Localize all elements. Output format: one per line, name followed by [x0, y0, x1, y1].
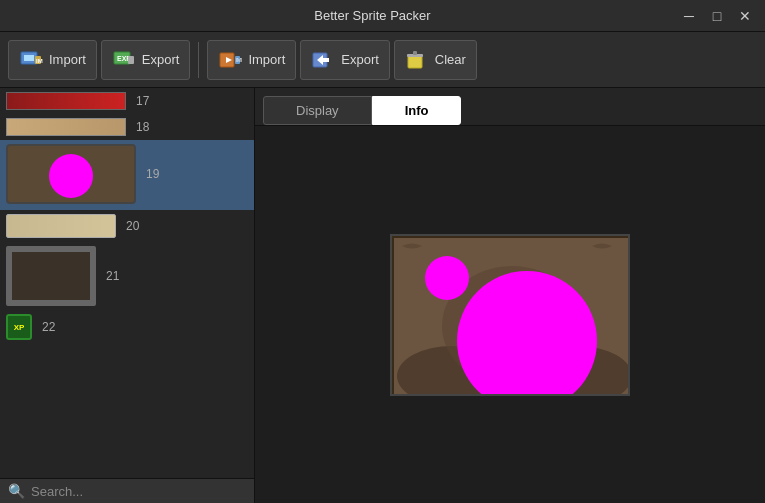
parchment-thumb — [6, 214, 116, 238]
magenta-circle-thumb — [49, 154, 93, 198]
brown-banner-thumb — [6, 118, 126, 136]
toolbar-separator — [198, 42, 199, 78]
window-title: Better Sprite Packer — [68, 8, 677, 23]
sprite-thumbnail-19 — [6, 144, 136, 204]
import-button-2[interactable]: IMP Import — [207, 40, 296, 80]
svg-point-21 — [425, 256, 469, 300]
sprite-num-20: 20 — [126, 219, 139, 233]
sprite-num-22: 22 — [42, 320, 55, 334]
svg-text:IMP: IMP — [236, 57, 243, 63]
sprite-thumbnail-20 — [6, 214, 116, 238]
clear-icon — [405, 48, 429, 72]
search-bar: 🔍 — [0, 478, 254, 503]
svg-rect-13 — [408, 56, 422, 68]
export-label-2: Export — [341, 52, 379, 67]
tab-bar: Display Info — [255, 88, 765, 126]
import-button-1[interactable]: IMG Import — [8, 40, 97, 80]
sprite-thumbnail-17 — [6, 92, 126, 110]
export-button-1[interactable]: EXP Export — [101, 40, 191, 80]
list-item[interactable]: XP 22 — [0, 310, 254, 344]
clear-label: Clear — [435, 52, 466, 67]
export-icon-2 — [311, 48, 335, 72]
xp-thumb: XP — [6, 314, 32, 340]
dragon-thumb — [6, 144, 136, 204]
svg-text:IMG: IMG — [36, 58, 43, 64]
left-panel: 17 18 19 — [0, 88, 255, 503]
large-sprite-preview — [390, 234, 630, 396]
list-item[interactable]: 17 — [0, 88, 254, 114]
sprite-thumbnail-21 — [6, 246, 96, 306]
sprite-num-17: 17 — [136, 94, 149, 108]
svg-rect-1 — [24, 55, 34, 61]
title-bar-controls: ─ □ ✕ — [677, 6, 757, 26]
frame-thumb — [6, 246, 96, 306]
export-icon-1: EXP — [112, 48, 136, 72]
list-item[interactable]: 20 — [0, 210, 254, 242]
dragon-svg — [392, 236, 630, 396]
svg-rect-15 — [413, 51, 417, 55]
sprite-list[interactable]: 17 18 19 — [0, 88, 254, 478]
search-icon: 🔍 — [8, 483, 25, 499]
svg-rect-6 — [128, 56, 134, 64]
main-area: 17 18 19 — [0, 88, 765, 503]
search-input[interactable] — [31, 484, 246, 499]
maximize-button[interactable]: □ — [705, 6, 729, 26]
sprite-thumbnail-18 — [6, 118, 126, 136]
red-banner-thumb — [6, 92, 126, 110]
list-item[interactable]: 19 — [0, 140, 254, 210]
sprite-num-21: 21 — [106, 269, 119, 283]
tab-info[interactable]: Info — [372, 96, 462, 125]
import-icon-2: IMP — [218, 48, 242, 72]
import-label-1: Import — [49, 52, 86, 67]
sprite-num-18: 18 — [136, 120, 149, 134]
list-item[interactable]: 21 — [0, 242, 254, 310]
import-icon-1: IMG — [19, 48, 43, 72]
content-area — [255, 126, 765, 503]
clear-button[interactable]: Clear — [394, 40, 477, 80]
minimize-button[interactable]: ─ — [677, 6, 701, 26]
dragon-background — [392, 236, 628, 394]
export-label-1: Export — [142, 52, 180, 67]
sprite-num-19: 19 — [146, 167, 159, 181]
close-button[interactable]: ✕ — [733, 6, 757, 26]
list-item[interactable]: 18 — [0, 114, 254, 140]
right-panel: Display Info — [255, 88, 765, 503]
tab-display[interactable]: Display — [263, 96, 372, 125]
toolbar: IMG Import EXP Export IMP Import — [0, 32, 765, 88]
import-label-2: Import — [248, 52, 285, 67]
sprite-thumbnail-22: XP — [6, 314, 32, 340]
title-bar: Better Sprite Packer ─ □ ✕ — [0, 0, 765, 32]
export-button-2[interactable]: Export — [300, 40, 390, 80]
